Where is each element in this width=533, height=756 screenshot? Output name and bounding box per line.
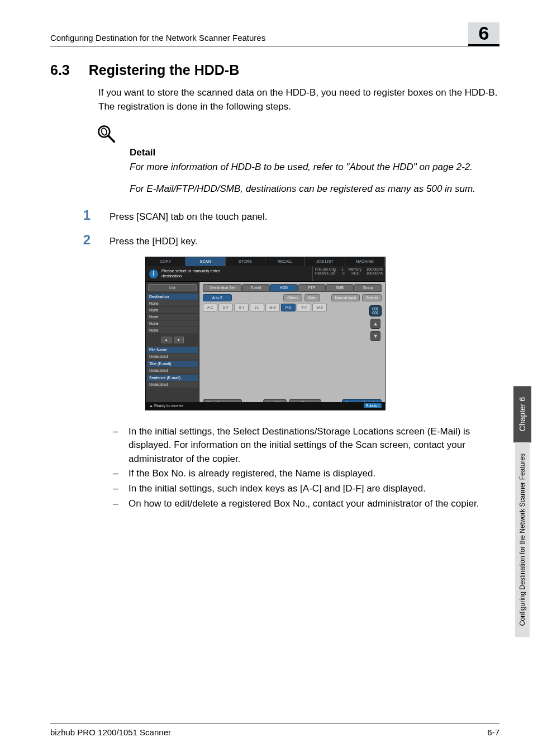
sidebar-filename-value: Undecided [147,353,198,360]
status-hdd-label: HDD [351,271,359,275]
info-icon: i [149,270,158,278]
index-key[interactable]: W-Z [312,304,327,311]
rotation-indicator: Rotation [364,403,382,408]
svg-line-2 [108,136,115,142]
index-key[interactable]: M-O [265,304,280,311]
section-title: Registering the HDD-B [89,62,239,78]
detail-block: Detail For more information of HDD-B to … [98,124,499,196]
side-chapter-strip: Chapter 6 Configuring Destination for th… [512,386,533,637]
status-reserve-label: Reserve Job [315,271,336,275]
detail-paragraph-1: For more information of HDD-B to be used… [130,160,499,174]
side-chapter-label: Chapter 6 [513,386,531,442]
index-key[interactable]: A-C [203,304,217,311]
status-memory-label: Memory [349,267,361,271]
step-number: 1 [79,207,91,223]
sidebar-sentence-label: Sentence (E-mail) [147,375,198,381]
a-to-z-button[interactable]: A to Z [203,294,232,301]
index-key[interactable]: D-F [218,304,233,311]
side-chapter-title: Configuring Destination for the Network … [515,442,530,637]
sidebar-item: None [147,327,198,333]
touch-panel-screenshot: COPY SCAN STORE RECALL JOB LIST MACHINE … [145,257,499,410]
sidebar-up-arrow[interactable]: ▲ [161,337,172,343]
sidebar-sentence-value: Undecided [147,381,198,388]
section-heading: 6.3 Registering the HDD-B [50,62,499,78]
status-memory-value: 100.000% [367,267,383,271]
email-tab[interactable]: E-mail [242,284,270,292]
sidebar-destination-header: Destination [147,294,198,300]
status-reserve-count: 0 [342,271,345,275]
scroll-up-button[interactable]: ▲ [370,319,380,329]
panel-message: Please select or manually enter destinat… [161,266,312,281]
svg-point-1 [101,127,108,136]
status-hdd-value: 100.000% [367,271,383,275]
index-key[interactable]: J-L [250,304,264,311]
panel-main: Destination Set E-mail HDD FTP SMB Group… [199,282,385,410]
main-button[interactable]: Main [304,294,320,301]
sidebar-item: None [147,320,198,327]
page-header: Configuring Destination for the Network … [50,22,499,46]
tab-machine[interactable]: MACHINE [345,257,385,266]
sidebar-title-value: Undecided [147,367,198,374]
note-item: In the initial settings, such index keys… [113,482,499,496]
detail-paragraph-2: For E-Mail/FTP/HDD/SMB, destinations can… [130,182,499,196]
group-tab[interactable]: Group [354,284,382,292]
index-key-row: A-C D-F G-I J-L M-O P-S T-V W-Z [203,304,382,311]
scroll-down-button[interactable]: ▼ [370,331,380,341]
step-text: Press the [HDD] key. [110,236,197,247]
index-key[interactable]: T-V [297,304,311,311]
search-button[interactable]: Search [362,294,382,301]
tab-copy[interactable]: COPY [146,257,185,266]
sidebar-title-label: Title (E-mail) [147,361,198,367]
step-number: 2 [79,232,91,248]
list-button[interactable]: List [148,284,197,291]
step-text: Press [SCAN] tab on the touch panel. [110,211,268,223]
tab-store[interactable]: STORE [226,257,265,266]
status-prejob-label: Pre-Job Orig. [315,267,337,271]
tab-scan[interactable]: SCAN [185,257,225,266]
note-item: If the Box No. is already registered, th… [113,467,499,481]
index-key[interactable]: G-I [234,304,249,311]
step-row-1: 1 Press [SCAN] tab on the touch panel. [79,207,499,223]
hdd-tab[interactable]: HDD [270,284,298,292]
sidebar-down-arrow[interactable]: ▼ [174,337,184,343]
tab-recall[interactable]: RECALL [265,257,305,266]
status-prejob-count: 1 [341,267,344,271]
status-panel: Pre-Job Orig. 1 Memory 100.000% Reserve … [312,266,385,281]
sidebar-item: None [147,300,198,306]
manual-input-button[interactable]: Manual Input [331,294,360,301]
page-footer: bizhub PRO 1200/1051 Scanner 6-7 [50,724,499,737]
footer-left: bizhub PRO 1200/1051 Scanner [50,727,171,737]
index-key-selected[interactable]: P-S [281,304,296,311]
ftp-tab[interactable]: FTP [298,284,326,292]
note-item: In the initial settings, the Select Dest… [113,425,499,466]
smb-tab[interactable]: SMB [326,284,354,292]
page-counter: 001 001 [369,305,382,316]
status-ready: ▲ Ready to receive [149,404,183,408]
step-row-2: 2 Press the [HDD] key. [79,232,499,248]
tab-joblist[interactable]: JOB LIST [305,257,345,266]
detail-label: Detail [130,147,499,158]
note-item: On how to edit/delete a registered Box N… [113,497,499,511]
chapter-number-badge: 6 [468,22,499,46]
breadcrumb: Configuring Destination for the Network … [50,33,265,45]
others-button[interactable]: Others [283,294,302,301]
magnifier-icon [96,124,116,144]
sidebar-item: None [147,306,198,313]
panel-sidebar: List Destination None None None None Non… [146,282,199,410]
sidebar-filename-label: File Name [147,347,198,353]
footer-right: 6-7 [487,727,499,737]
section-number: 6.3 [50,62,70,78]
sidebar-item: None [147,313,198,320]
intro-paragraph: If you want to store the scanned data on… [98,86,499,114]
destination-set-tab[interactable]: Destination Set [203,284,242,292]
notes-list: In the initial settings, the Select Dest… [113,425,499,511]
top-tab-bar: COPY SCAN STORE RECALL JOB LIST MACHINE [146,257,385,266]
